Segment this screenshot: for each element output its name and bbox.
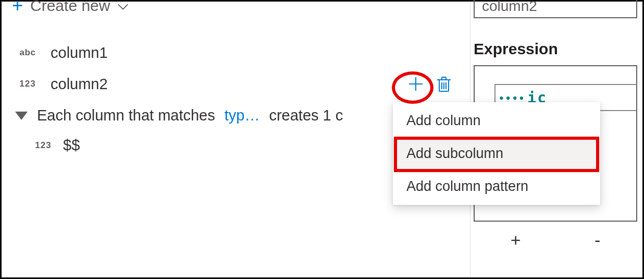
column-row[interactable]: 123 column2 [2,68,470,100]
column-row[interactable]: abc column1 [2,37,470,68]
type-badge-numeric: 123 [33,140,54,151]
zoom-out-button[interactable]: - [595,230,600,250]
column-name: column2 [51,76,108,93]
delete-icon[interactable] [436,76,452,92]
create-new-label: Create new [30,0,110,15]
caret-down-icon [15,112,28,120]
plus-icon: + [12,0,23,17]
add-column-menu-item[interactable]: Add column [393,104,600,137]
zoom-in-button[interactable]: + [511,230,521,250]
expression-section-title: Expression [474,40,637,58]
create-new-button[interactable]: + Create new [2,0,470,16]
column-name-input[interactable]: column2 [474,0,637,18]
add-subcolumn-menu-item[interactable]: Add subcolumn [393,137,600,170]
type-badge-numeric: 123 [16,79,39,89]
add-menu: Add column Add subcolumn Add column patt… [393,102,600,205]
column-name: column1 [51,44,108,62]
column-name-input-value: column2 [482,0,537,15]
pattern-match-link[interactable]: typ… [225,107,260,124]
add-column-pattern-menu-item[interactable]: Add column pattern [393,170,600,203]
type-badge-text: abc [16,47,39,58]
add-icon[interactable] [407,76,424,92]
pattern-suffix: creates 1 c [269,107,343,124]
subcolumn-name: $$ [63,137,80,154]
pattern-prefix: Each column that matches [37,107,215,124]
chevron-down-icon [117,0,129,14]
